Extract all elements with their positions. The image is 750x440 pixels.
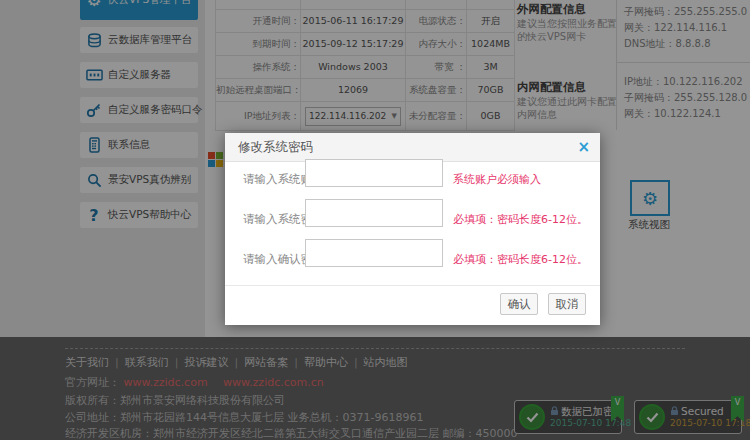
modal-title: 修改系统密码 [225,133,600,162]
change-password-modal: 修改系统密码 × 请输入系统账户 系统账户必须输入 请输入系统密码 必填项：密码… [225,133,600,325]
cancel-button[interactable]: 取消 [548,293,586,315]
system-password-input[interactable] [305,199,443,227]
system-account-hint: 系统账户必须输入 [453,172,541,187]
vps-management-page: ⚙ 快云VPS管理平台 云数据库管理平台 自定义服务器 自定义服务密码口令 联系… [0,0,750,440]
confirm-button[interactable]: 确认 [500,293,538,315]
close-icon[interactable]: × [577,133,590,161]
system-password-hint: 必填项：密码长度6-12位。 [453,212,588,227]
confirm-password-hint: 必填项：密码长度6-12位。 [453,252,588,267]
system-account-input[interactable] [305,159,443,187]
confirm-password-input[interactable] [305,239,443,267]
divider [225,285,600,286]
